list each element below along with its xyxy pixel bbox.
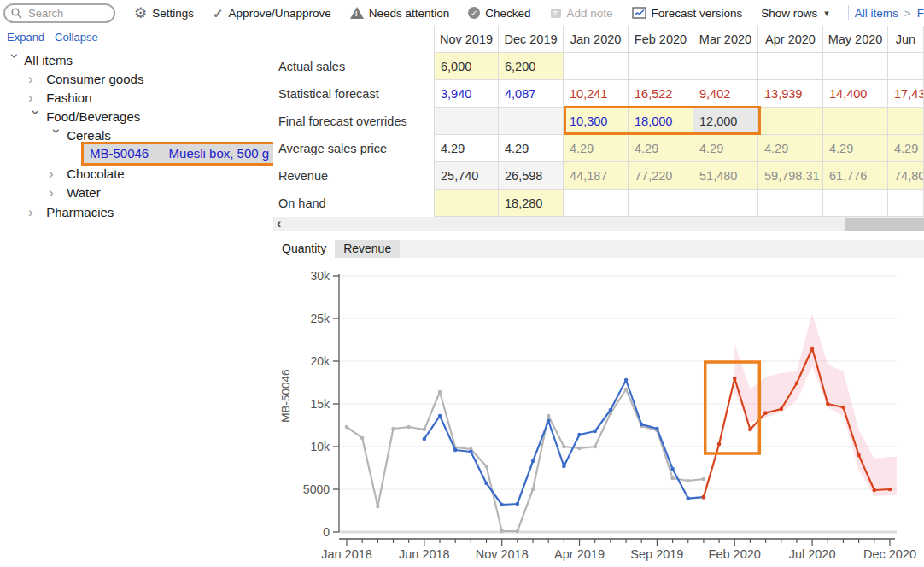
table-cell[interactable]	[758, 190, 823, 217]
scroll-left-icon[interactable]: ‹	[277, 217, 281, 231]
warning-triangle-icon: !	[350, 7, 364, 19]
table-cell[interactable]: 3,940	[434, 80, 499, 108]
row-label-final-forecast-overrides: Final forecast overrides	[273, 108, 434, 135]
table-cell[interactable]: 6,200	[499, 53, 564, 80]
chevron-right-icon[interactable]: ›	[49, 165, 63, 184]
line-chart-icon	[632, 7, 646, 19]
table-cell[interactable]: 77,220	[629, 162, 693, 190]
table-cell[interactable]: 4.29	[499, 135, 564, 162]
row-label-average-sales-price: Average sales price	[273, 135, 434, 162]
add-note-button[interactable]: Add note	[550, 7, 613, 20]
table-cell[interactable]	[823, 108, 888, 135]
table-cell[interactable]	[564, 190, 629, 217]
table-cell[interactable]: 10,300	[564, 108, 629, 135]
show-rows-dropdown[interactable]: Show rows ▾	[761, 7, 829, 20]
needs-attention-button[interactable]: ! Needs attention	[350, 7, 450, 20]
table-cell[interactable]: 59,798.31	[758, 162, 823, 190]
table-cell[interactable]: 4.29	[693, 135, 758, 162]
tree-item-label: Cereals	[67, 128, 111, 143]
breadcrumb-all-items[interactable]: All items	[855, 7, 898, 20]
tree-item-mb-50046[interactable]: MB-50046 — Muesli box, 500 g	[81, 142, 278, 166]
horizontal-scrollbar[interactable]: ‹	[273, 217, 924, 231]
tree-item-label: Chocolate	[67, 167, 125, 181]
expand-link[interactable]: Expand	[7, 31, 44, 44]
tree-item-water[interactable]: › Water	[0, 184, 101, 202]
breadcrumb-separator: >	[904, 7, 911, 20]
tree-item-chocolate[interactable]: › Chocolate	[0, 165, 125, 184]
settings-button[interactable]: ⚙ Settings	[134, 6, 194, 20]
check-icon: ✓	[213, 7, 224, 20]
scrollbar-thumb[interactable]	[845, 218, 924, 231]
approve-label: Approve/Unapprove	[229, 7, 331, 20]
table-cell[interactable]: 18,000	[629, 108, 693, 135]
table-cell[interactable]: 44,187	[564, 162, 629, 190]
table-cell[interactable]: 13,939	[758, 80, 823, 108]
table-cell[interactable]: 17,43	[888, 80, 924, 108]
forecast-versions-button[interactable]: Forecast versions	[632, 7, 743, 20]
tab-quantity[interactable]: Quantity	[273, 240, 335, 258]
table-cell[interactable]: 4.29	[564, 135, 629, 162]
tree-item-all-items[interactable]: › All items	[0, 51, 73, 70]
table-cell[interactable]: 51,480	[693, 162, 758, 190]
svg-text:5000: 5000	[303, 482, 330, 496]
table-cell[interactable]: 18,280	[499, 190, 564, 217]
table-cell[interactable]	[629, 190, 693, 217]
table-cell[interactable]	[629, 53, 693, 80]
column-header: Dec 2019	[499, 26, 564, 53]
table-cell[interactable]	[693, 190, 758, 217]
forecast-versions-label: Forecast versions	[652, 7, 743, 20]
table-cell[interactable]	[888, 53, 924, 80]
checked-button[interactable]: ✓ Checked	[468, 7, 530, 20]
table-cell[interactable]	[823, 190, 888, 217]
tab-revenue[interactable]: Revenue	[335, 240, 400, 258]
table-cell[interactable]	[888, 190, 924, 217]
table-cell[interactable]: 14,400	[823, 80, 888, 108]
line-chart: 0500010k15k20k25k30kJan 2018Jun 2018Nov …	[273, 261, 924, 567]
table-cell[interactable]: 4.29	[434, 135, 499, 162]
table-cell[interactable]	[823, 53, 888, 80]
table-cell[interactable]	[564, 53, 629, 80]
table-cell[interactable]: 26,598	[499, 162, 564, 190]
table-cell[interactable]: 25,740	[434, 162, 499, 190]
table-cell[interactable]: 4.29	[823, 135, 888, 162]
table-cell[interactable]	[758, 108, 823, 135]
table-cell[interactable]: 9,402	[693, 80, 758, 108]
table-cell[interactable]: 61,776	[823, 162, 888, 190]
table-cell[interactable]: 6,000	[434, 53, 499, 80]
table-cell[interactable]	[888, 108, 924, 135]
breadcrumb-current[interactable]: Food/Beverages	[917, 7, 924, 20]
chevron-down-icon[interactable]: ›	[26, 110, 45, 125]
table-cell[interactable]	[758, 53, 823, 80]
approve-button[interactable]: ✓ Approve/Unapprove	[213, 7, 331, 20]
tree-item-fashion[interactable]: › Fashion	[0, 89, 92, 108]
table-cell[interactable]: 4,087	[499, 80, 564, 108]
chevron-right-icon[interactable]: ›	[28, 203, 43, 222]
table-cell[interactable]	[693, 53, 758, 80]
chevron-right-icon[interactable]: ›	[49, 184, 63, 202]
table-cell[interactable]	[434, 108, 499, 135]
chevron-right-icon[interactable]: ›	[28, 89, 43, 108]
row-label-revenue: Revenue	[273, 162, 434, 190]
table-cell[interactable]: 4.29	[758, 135, 823, 162]
table-cell[interactable]: 10,241	[564, 80, 629, 108]
table-cell[interactable]: 74,80	[888, 162, 924, 190]
table-cell[interactable]: 4.29	[629, 135, 693, 162]
row-label-actual-sales: Actual sales	[273, 53, 434, 80]
tree-item-food-beverages[interactable]: › Food/Beverages	[0, 108, 140, 126]
table-cell[interactable]	[499, 108, 564, 135]
chevron-right-icon[interactable]: ›	[28, 70, 43, 89]
table-cell-selected[interactable]: 12,000	[693, 108, 758, 135]
chevron-down-icon[interactable]: ›	[5, 54, 24, 68]
tree-item-label: Consumer goods	[46, 72, 143, 86]
column-header: Feb 2020	[629, 26, 693, 53]
svg-text:Apr 2019: Apr 2019	[554, 547, 605, 561]
collapse-link[interactable]: Collapse	[55, 31, 98, 44]
tree-item-pharmacies[interactable]: › Pharmacies	[0, 203, 114, 222]
tree-item-label: Fashion	[46, 91, 91, 105]
tree-item-consumer-goods[interactable]: › Consumer goods	[0, 70, 143, 89]
chevron-down-icon[interactable]: ›	[47, 129, 66, 143]
chevron-down-icon: ▾	[824, 8, 829, 19]
table-cell[interactable]: 4.29	[888, 135, 924, 162]
table-cell[interactable]	[434, 190, 499, 217]
table-cell[interactable]: 16,522	[629, 80, 693, 108]
